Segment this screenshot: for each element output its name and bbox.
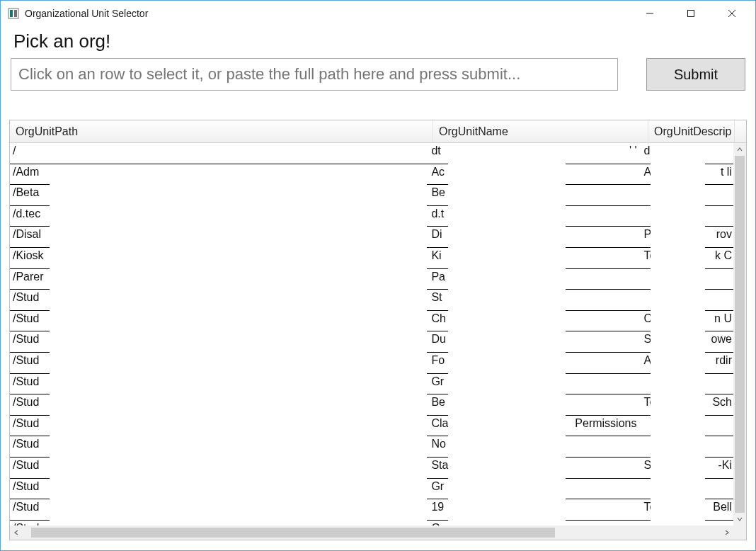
cell-orgunitname-right xyxy=(566,436,640,458)
table-row[interactable]: /StudGr xyxy=(10,479,733,500)
cell-orgunitdescription xyxy=(639,416,651,437)
cell-orgunitname-right xyxy=(566,248,640,269)
cell-orgunitdescription: C xyxy=(639,311,651,332)
cell-orgunitname: Ch xyxy=(427,311,448,332)
svg-rect-4 xyxy=(688,11,694,17)
cell-orgunitname-right xyxy=(566,164,640,186)
cell-orgunitpath: /Stud xyxy=(10,479,427,500)
table-row[interactable]: /BetaBe xyxy=(10,185,733,206)
cell-orgunitdescription-right xyxy=(705,374,733,395)
ou-path-input[interactable] xyxy=(11,58,618,91)
cell-orgunitdescription: P xyxy=(639,227,651,248)
table-row[interactable]: /StudChCn U xyxy=(10,311,733,332)
cell-orgunitpath: /Disal xyxy=(10,227,427,248)
col-orgunitpath[interactable]: OrgUnitPath xyxy=(10,120,433,142)
horizontal-scroll-thumb[interactable] xyxy=(31,528,555,538)
col-orgunitdescription[interactable]: OrgUnitDescrip xyxy=(648,120,735,142)
cell-orgunitdescription: d xyxy=(639,143,651,164)
close-button[interactable] xyxy=(711,2,752,25)
cell-orgunitname: dt xyxy=(427,143,448,164)
table-row[interactable]: /d.tecd.t xyxy=(10,206,733,227)
cell-orgunitname-right xyxy=(566,290,640,311)
cell-orgunitname-right xyxy=(566,499,640,521)
table-row[interactable]: /StudClaPermissions xyxy=(10,416,733,437)
table-row[interactable]: /StudNo xyxy=(10,436,733,458)
scroll-down-icon[interactable] xyxy=(733,513,746,526)
cell-orgunitdescription: Te xyxy=(639,499,651,521)
table-row[interactable]: /StudDuStowe xyxy=(10,331,733,353)
cell-orgunitpath: /Stud xyxy=(10,331,427,353)
table-row[interactable]: /AdmAcAt li xyxy=(10,164,733,186)
cell-orgunitname: Cla xyxy=(427,416,448,437)
cell-orgunitname-right xyxy=(566,353,640,374)
cell-orgunitname-right xyxy=(566,331,640,353)
table-row[interactable]: /StudFoArdir xyxy=(10,353,733,374)
cell-orgunitpath: /Beta xyxy=(10,185,427,206)
svg-rect-2 xyxy=(14,10,17,17)
table-row[interactable]: /KioskKiTek C xyxy=(10,248,733,269)
submit-button[interactable]: Submit xyxy=(646,58,745,91)
table-body: /dt' 'd/AdmAcAt li/BetaBe/d.tecd.t/Disal… xyxy=(10,143,733,526)
cell-orgunitdescription-right xyxy=(705,143,733,164)
scroll-up-icon[interactable] xyxy=(733,143,746,156)
window-title: Organizational Unit Selector xyxy=(25,8,629,19)
cell-orgunitdescription-right xyxy=(705,479,733,500)
cell-orgunitpath: /Stud xyxy=(10,499,427,521)
cell-orgunitname-right xyxy=(566,227,640,248)
cell-orgunitname-right xyxy=(566,311,640,332)
table-row[interactable]: /StudSt xyxy=(10,290,733,311)
table-row[interactable]: /StudGr xyxy=(10,374,733,395)
vertical-scrollbar[interactable] xyxy=(733,143,746,526)
cell-orgunitdescription: Te xyxy=(639,248,651,269)
cell-orgunitname-right xyxy=(566,521,640,526)
cell-orgunitdescription-right: t li xyxy=(705,164,733,186)
horizontal-scrollbar[interactable] xyxy=(10,526,733,540)
cell-orgunitdescription-right: rdir xyxy=(705,353,733,374)
cell-orgunitdescription xyxy=(639,521,651,526)
cell-orgunitdescription-right xyxy=(705,269,733,290)
cell-orgunitname: Be xyxy=(427,185,448,206)
minimize-button[interactable] xyxy=(629,2,670,25)
cell-orgunitname: Be xyxy=(427,394,448,416)
maximize-button[interactable] xyxy=(670,2,711,25)
scroll-left-icon[interactable] xyxy=(10,526,23,540)
cell-orgunitpath: /Stud xyxy=(10,416,427,437)
cell-orgunitdescription-right: -Ki xyxy=(705,458,733,479)
col-orgunitname[interactable]: OrgUnitName xyxy=(433,120,648,142)
cell-orgunitpath: /Kiosk xyxy=(10,248,427,269)
cell-orgunitdescription-right: owe xyxy=(705,331,733,353)
table-row[interactable]: /DisalDiProv xyxy=(10,227,733,248)
cell-orgunitname: 19 xyxy=(427,499,448,521)
table-row[interactable]: /StudStaSt-Ki xyxy=(10,458,733,479)
vertical-scroll-thumb[interactable] xyxy=(735,156,745,513)
table-header: OrgUnitPath OrgUnitName OrgUnitDescrip xyxy=(10,120,746,143)
table-row[interactable]: /ParerPa xyxy=(10,269,733,290)
cell-orgunitname: Di xyxy=(427,227,448,248)
cell-orgunitname: Ac xyxy=(427,164,448,186)
cell-orgunitpath: /Stud xyxy=(10,353,427,374)
table-row[interactable]: /Stud19TeBell xyxy=(10,499,733,521)
titlebar: Organizational Unit Selector xyxy=(1,1,755,26)
window-controls xyxy=(629,2,752,25)
cell-orgunitname-right xyxy=(566,479,640,500)
svg-rect-1 xyxy=(10,10,13,17)
cell-orgunitname-right: Permissions xyxy=(566,416,640,437)
cell-orgunitname-right xyxy=(566,374,640,395)
cell-orgunitdescription xyxy=(639,185,651,206)
cell-orgunitdescription-right: k C xyxy=(705,248,733,269)
table-row[interactable]: /dt' 'd xyxy=(10,143,733,164)
cell-orgunitname: Sta xyxy=(427,458,448,479)
cell-orgunitpath: / xyxy=(10,143,427,164)
cell-orgunitname: Ki xyxy=(427,248,448,269)
cell-orgunitpath: /Adm xyxy=(10,164,427,186)
cell-orgunitdescription xyxy=(639,374,651,395)
cell-orgunitpath: /Stud xyxy=(10,394,427,416)
scroll-right-icon[interactable] xyxy=(721,526,733,540)
table-row[interactable]: /StudGr xyxy=(10,521,733,526)
table-row[interactable]: /StudBeTeSch xyxy=(10,394,733,416)
cell-orgunitpath: /Stud xyxy=(10,521,427,526)
cell-orgunitname: Gr xyxy=(427,374,448,395)
cell-orgunitpath: /Stud xyxy=(10,436,427,458)
app-icon xyxy=(8,8,19,19)
cell-orgunitpath: /Stud xyxy=(10,290,427,311)
